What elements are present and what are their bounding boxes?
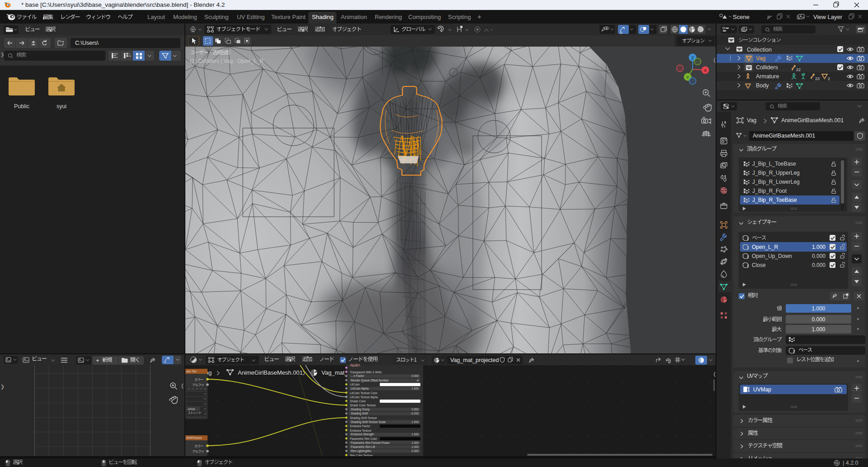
svg-text:LitColor Texture Alpha: LitColor Texture Alpha <box>350 396 378 399</box>
svg-text:Z: Z <box>691 56 694 60</box>
svg-text:Parametric Rim Color: Parametric Rim Color <box>350 437 377 440</box>
svg-text:Emissive Strength: Emissive Strength <box>351 433 374 436</box>
svg-text:LitColor Alpha: LitColor Alpha <box>351 387 369 391</box>
svg-text:Rim Color Texture: Rim Color Texture <box>350 454 373 456</box>
svg-text:Rim LightingMix: Rim LightingMix <box>351 449 372 453</box>
svg-text:sRGB: sRGB <box>188 408 195 410</box>
svg-text:Parametric Rim Lift: Parametric Rim Lift <box>351 445 375 448</box>
svg-text:0.900: 0.900 <box>411 408 419 411</box>
svg-text:1.000: 1.000 <box>411 433 419 436</box>
svg-text:1.000: 1.000 <box>411 387 419 390</box>
svg-text:0.000: 0.000 <box>411 374 419 377</box>
svg-text:LitColor: LitColor <box>350 383 360 386</box>
svg-text:Render Queue Offset Number: Render Queue Offset Number <box>351 379 389 382</box>
svg-text:Y: Y <box>686 75 689 80</box>
svg-text:0.000: 0.000 <box>411 449 419 453</box>
svg-text:23: 23 <box>815 76 820 81</box>
svg-text:Shading Shift: Shading Shift <box>351 412 368 415</box>
svg-text:Shading Shift Texture: Shading Shift Texture <box>350 416 377 420</box>
svg-text:-0.200: -0.200 <box>410 412 419 415</box>
svg-text:Transparent With Z-Write: Transparent With Z-Write <box>350 371 382 374</box>
svg-text:Shade Color: Shade Color <box>350 400 366 403</box>
svg-text:1.000: 1.000 <box>411 420 419 424</box>
svg-text:-4: -4 <box>416 379 419 382</box>
svg-text:Emissive Factor: Emissive Factor <box>350 424 370 428</box>
svg-text:1.000: 1.000 <box>411 441 419 444</box>
svg-text:22: 22 <box>796 67 801 72</box>
svg-text:1.000: 1.000 <box>411 445 419 448</box>
svg-text:ShiftTexture: ShiftTexture <box>186 436 202 439</box>
svg-text:X: X <box>704 68 707 73</box>
svg-text:Shading Shift Texture Scale: Shading Shift Texture Scale <box>351 420 386 424</box>
svg-text:2: 2 <box>828 76 830 81</box>
svg-text:Parametric Rim Fresnel Power: Parametric Rim Fresnel Power <box>351 441 390 444</box>
svg-text:…n Factor: …n Factor <box>351 374 364 377</box>
svg-text:Shade Color Texture: Shade Color Texture <box>350 404 376 407</box>
svg-text:olor Tex: olor Tex <box>186 370 197 373</box>
svg-text:Shading Toony: Shading Toony <box>351 408 370 411</box>
svg-text:LitColor Texture Color: LitColor Texture Color <box>350 391 377 395</box>
svg-text:Emissive Texture: Emissive Texture <box>350 429 372 432</box>
